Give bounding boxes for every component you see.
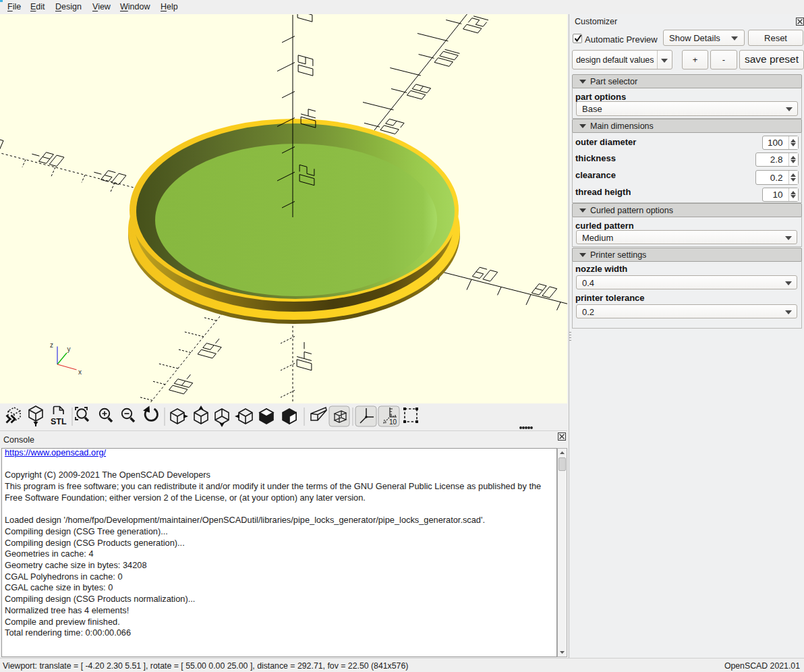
svg-text:z: z xyxy=(50,341,53,349)
svg-text:STL: STL xyxy=(51,417,67,426)
svg-text:x: x xyxy=(78,368,82,376)
svg-text:y: y xyxy=(67,345,71,353)
svg-text:10: 10 xyxy=(389,418,397,426)
